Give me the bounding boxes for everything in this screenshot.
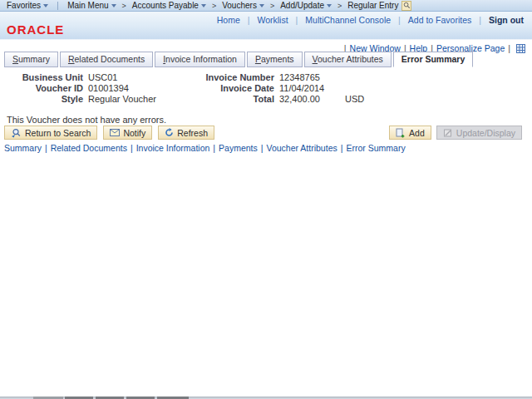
button-label: Return to Search bbox=[25, 128, 91, 138]
update-display-button: Update/Display bbox=[436, 126, 522, 140]
field-business-unit: Business Unit USC01 bbox=[0, 71, 156, 82]
personalize-grid-icon[interactable] bbox=[516, 44, 525, 53]
chevron-down-icon bbox=[43, 4, 48, 7]
header-link-worklist[interactable]: Worklist bbox=[257, 15, 288, 25]
tab-error-summary[interactable]: Error Summary bbox=[393, 52, 473, 67]
breadcrumb: Favorites Main Menu > Accounts Payable >… bbox=[0, 0, 532, 12]
header-link-add-to-favorites[interactable]: Add to Favorites bbox=[408, 15, 471, 25]
field-invoice-date: Invoice Date 11/04/2014 bbox=[191, 82, 364, 93]
breadcrumb-label: Accounts Payable bbox=[132, 1, 199, 10]
tab-voucher-attributes[interactable]: Voucher Attributes bbox=[304, 52, 392, 67]
field-value: 11/04/2014 bbox=[279, 83, 324, 93]
button-label: Refresh bbox=[177, 128, 208, 138]
header-link-multichannel-console[interactable]: MultiChannel Console bbox=[305, 15, 391, 25]
field-label: Invoice Number bbox=[191, 72, 274, 82]
field-total: Total 32,400.00 USD bbox=[191, 93, 364, 104]
header: Home | Worklist | MultiChannel Console |… bbox=[0, 12, 532, 40]
tab-bar: Summary Related Documents Invoice Inform… bbox=[4, 52, 473, 67]
link-divider: | bbox=[296, 15, 298, 25]
breadcrumb-label: Vouchers bbox=[222, 1, 257, 10]
field-label: Business Unit bbox=[0, 72, 83, 82]
field-style: Style Regular Voucher bbox=[0, 93, 156, 104]
add-icon bbox=[396, 128, 406, 138]
toolbar-left: Return to Search Notify Refresh bbox=[4, 126, 214, 140]
field-value: 01001394 bbox=[88, 83, 129, 93]
field-value: 12348765 bbox=[279, 72, 320, 82]
breadcrumb-separator: > bbox=[122, 2, 126, 10]
link-divider: | bbox=[248, 15, 250, 25]
return-to-search-button[interactable]: Return to Search bbox=[4, 126, 97, 140]
breadcrumb-label: Add/Update bbox=[280, 1, 324, 10]
favorites-menu[interactable]: Favorites bbox=[7, 1, 48, 10]
tab-label: Error Summary bbox=[401, 54, 465, 64]
breadcrumb-lookup-button[interactable] bbox=[401, 1, 411, 11]
footer-links: Summary | Related Documents | Invoice In… bbox=[4, 143, 406, 153]
oracle-logo: ORACLE bbox=[7, 22, 64, 37]
footer-link-error-summary[interactable]: Error Summary bbox=[346, 143, 405, 153]
tab-label: Summary bbox=[12, 54, 50, 64]
favorites-label: Favorites bbox=[7, 1, 41, 10]
error-summary-message: This Voucher does not have any errors. bbox=[7, 115, 166, 125]
chevron-down-icon bbox=[259, 4, 264, 7]
footer-link-invoice-information[interactable]: Invoice Information bbox=[136, 143, 210, 153]
link-divider: | bbox=[341, 143, 343, 153]
field-value: Regular Voucher bbox=[88, 94, 156, 104]
link-divider: | bbox=[261, 143, 264, 153]
field-label: Total bbox=[191, 94, 274, 104]
notify-button[interactable]: Notify bbox=[103, 126, 152, 140]
field-label: Style bbox=[0, 94, 83, 104]
breadcrumb-divider bbox=[57, 2, 58, 10]
breadcrumb-item-add-update[interactable]: Add/Update bbox=[280, 1, 332, 10]
tab-related-documents[interactable]: Related Documents bbox=[60, 52, 153, 67]
link-divider: | bbox=[479, 15, 481, 25]
breadcrumb-item-main-menu[interactable]: Main Menu bbox=[67, 1, 116, 10]
refresh-icon bbox=[165, 128, 174, 137]
link-divider: | bbox=[213, 143, 215, 153]
breadcrumb-label: Main Menu bbox=[67, 1, 108, 10]
link-divider: | bbox=[45, 143, 47, 153]
field-invoice-number: Invoice Number 12348765 bbox=[191, 71, 364, 82]
header-link-home[interactable]: Home bbox=[217, 15, 240, 25]
field-value: USC01 bbox=[88, 72, 117, 82]
refresh-button[interactable]: Refresh bbox=[158, 126, 214, 140]
currency-code: USD bbox=[345, 94, 364, 104]
return-to-search-icon bbox=[11, 128, 22, 138]
tab-payments[interactable]: Payments bbox=[247, 52, 303, 67]
field-label: Invoice Date bbox=[191, 83, 274, 93]
link-divider: | bbox=[508, 43, 510, 53]
toolbar-right: Add Update/Display bbox=[389, 126, 522, 140]
chevron-down-icon bbox=[111, 4, 116, 7]
sign-out-link[interactable]: Sign out bbox=[489, 15, 524, 25]
field-voucher-id: Voucher ID 01001394 bbox=[0, 82, 156, 93]
tab-label: Related Documents bbox=[68, 54, 145, 64]
add-button[interactable]: Add bbox=[389, 126, 431, 140]
link-divider: | bbox=[398, 15, 401, 25]
button-label: Add bbox=[409, 128, 425, 138]
tab-label: Payments bbox=[255, 54, 294, 64]
footer-link-related-documents[interactable]: Related Documents bbox=[51, 143, 127, 153]
voucher-fields-left: Business Unit USC01 Voucher ID 01001394 … bbox=[0, 71, 156, 104]
breadcrumb-label: Regular Entry bbox=[347, 1, 398, 10]
footer-link-payments[interactable]: Payments bbox=[219, 143, 258, 153]
envelope-icon bbox=[110, 129, 120, 136]
button-label: Update/Display bbox=[456, 128, 515, 138]
search-icon bbox=[403, 2, 411, 9]
link-divider: | bbox=[131, 143, 133, 153]
breadcrumb-separator: > bbox=[337, 2, 342, 10]
footer-link-summary[interactable]: Summary bbox=[4, 143, 42, 153]
breadcrumb-separator: > bbox=[270, 2, 274, 10]
field-value: 32,400.00 bbox=[279, 94, 320, 104]
field-label: Voucher ID bbox=[0, 83, 83, 93]
tab-invoice-information[interactable]: Invoice Information bbox=[155, 52, 245, 67]
button-label: Notify bbox=[123, 128, 145, 138]
tab-label: Invoice Information bbox=[163, 54, 237, 64]
chevron-down-icon bbox=[327, 4, 332, 7]
tab-summary[interactable]: Summary bbox=[4, 52, 58, 67]
voucher-fields-right: Invoice Number 12348765 Invoice Date 11/… bbox=[191, 71, 364, 104]
breadcrumb-item-vouchers[interactable]: Vouchers bbox=[222, 1, 264, 10]
breadcrumb-item-accounts-payable[interactable]: Accounts Payable bbox=[132, 1, 206, 10]
tab-label: Voucher Attributes bbox=[313, 54, 383, 64]
breadcrumb-separator: > bbox=[212, 2, 216, 10]
header-links: Home | Worklist | MultiChannel Console |… bbox=[217, 15, 524, 25]
footer-link-voucher-attributes[interactable]: Voucher Attributes bbox=[267, 143, 337, 153]
